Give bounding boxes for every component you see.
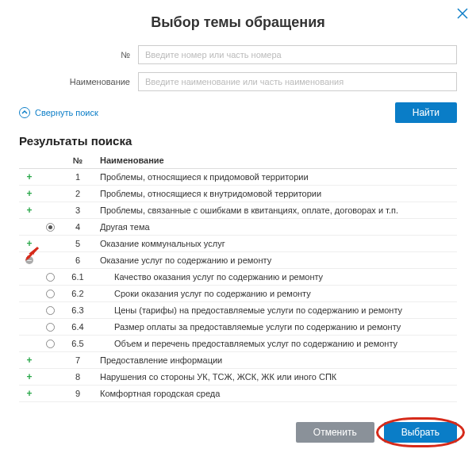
find-button[interactable]: Найти	[395, 102, 457, 123]
table-row: 4 Другая тема	[19, 219, 457, 236]
radio-button[interactable]	[46, 290, 55, 298]
expand-icon[interactable]: +	[25, 206, 33, 214]
row-name[interactable]: Размер оплаты за предоставляемые услуги …	[95, 322, 457, 332]
row-name[interactable]: Цены (тарифы) на предоставляемые услуги …	[95, 305, 457, 315]
table-row: + 7 Предоставление информации	[19, 352, 457, 369]
row-num: 6.4	[60, 322, 95, 332]
row-name[interactable]: Предоставление информации	[95, 355, 457, 365]
row-num: 7	[60, 355, 95, 365]
expand-icon[interactable]: +	[25, 240, 33, 248]
table-row: 6.4 Размер оплаты за предоставляемые усл…	[19, 319, 457, 336]
col-header-num: №	[60, 155, 95, 165]
cancel-button[interactable]: Отменить	[296, 422, 374, 443]
number-row: №	[19, 45, 457, 64]
table-row: + 9 Комфортная городская среда	[19, 386, 457, 402]
row-num: 2	[60, 189, 95, 198]
number-input[interactable]	[138, 45, 457, 64]
chevron-up-icon	[19, 107, 30, 118]
collapse-search-label: Свернуть поиск	[35, 108, 98, 117]
modal-title: Выбор темы обращения	[19, 14, 457, 31]
row-num: 8	[60, 372, 95, 382]
row-num: 6.2	[60, 289, 95, 298]
table-row: 6.3 Цены (тарифы) на предоставляемые усл…	[19, 302, 457, 319]
results-title: Результаты поиска	[19, 134, 457, 148]
row-name[interactable]: Объем и перечень предоставляемых услуг п…	[95, 339, 457, 348]
row-name[interactable]: Качество оказания услуг по содержанию и …	[95, 272, 457, 282]
row-num: 6.5	[60, 339, 95, 348]
collapse-search-link[interactable]: Свернуть поиск	[19, 107, 98, 118]
table-row: + 2 Проблемы, относящиеся к внутридомово…	[19, 186, 457, 202]
row-num: 1	[60, 172, 95, 182]
row-name[interactable]: Нарушения со стороны УК, ТСЖ, ЖСК, ЖК ил…	[95, 372, 457, 382]
radio-button[interactable]	[46, 223, 55, 232]
expand-icon[interactable]: +	[25, 390, 33, 397]
close-icon[interactable]	[454, 5, 471, 22]
table-header: № Наименование	[19, 152, 457, 169]
row-num: 5	[60, 239, 95, 248]
table-row: + 8 Нарушения со стороны УК, ТСЖ, ЖСК, Ж…	[19, 369, 457, 386]
name-input[interactable]	[138, 72, 457, 91]
table-row: + 3 Проблемы, связанные с ошибками в кви…	[19, 202, 457, 219]
expand-icon[interactable]: +	[25, 190, 33, 198]
name-label: Наименование	[19, 77, 138, 86]
table-row: + 5 Оказание коммунальных услуг	[19, 236, 457, 252]
expand-icon[interactable]: +	[25, 373, 33, 381]
row-name[interactable]: Комфортная городская среда	[95, 389, 457, 398]
row-num: 4	[60, 222, 95, 232]
expand-icon[interactable]: +	[25, 173, 33, 181]
table-row: 6.5 Объем и перечень предоставляемых усл…	[19, 336, 457, 352]
collapse-icon[interactable]: –	[25, 256, 33, 264]
row-num: 6.3	[60, 305, 95, 315]
name-row: Наименование	[19, 72, 457, 91]
radio-button[interactable]	[46, 323, 55, 332]
radio-button[interactable]	[46, 306, 55, 315]
row-name[interactable]: Сроки оказания услуг по содержанию и рем…	[95, 289, 457, 298]
row-name[interactable]: Другая тема	[95, 222, 457, 232]
row-num: 6	[60, 255, 95, 265]
row-name[interactable]: Оказание услуг по содержанию и ремонту	[95, 255, 457, 265]
row-num: 9	[60, 389, 95, 398]
radio-button[interactable]	[46, 340, 55, 348]
footer-actions: Отменить Выбрать	[296, 422, 457, 443]
table-row: + 1 Проблемы, относящиеся к придомовой т…	[19, 169, 457, 186]
row-name[interactable]: Оказание коммунальных услуг	[95, 239, 457, 248]
topic-selection-modal: Выбор темы обращения № Наименование Свер…	[0, 0, 476, 449]
results-table: № Наименование + 1 Проблемы, относящиеся…	[19, 152, 457, 402]
row-name[interactable]: Проблемы, относящиеся к придомовой терри…	[95, 172, 457, 182]
table-row: 6.2 Сроки оказания услуг по содержанию и…	[19, 286, 457, 302]
row-name[interactable]: Проблемы, относящиеся к внутридомовой те…	[95, 189, 457, 198]
row-name[interactable]: Проблемы, связанные с ошибками в квитанц…	[95, 205, 457, 215]
row-num: 6.1	[60, 272, 95, 282]
select-button[interactable]: Выбрать	[384, 422, 457, 443]
table-row: – 6 Оказание услуг по содержанию и ремон…	[19, 252, 457, 269]
radio-button[interactable]	[46, 273, 55, 282]
expand-icon[interactable]: +	[25, 356, 33, 364]
col-header-name: Наименование	[95, 155, 457, 165]
table-row: 6.1 Качество оказания услуг по содержани…	[19, 269, 457, 286]
number-label: №	[19, 50, 138, 59]
row-num: 3	[60, 205, 95, 215]
